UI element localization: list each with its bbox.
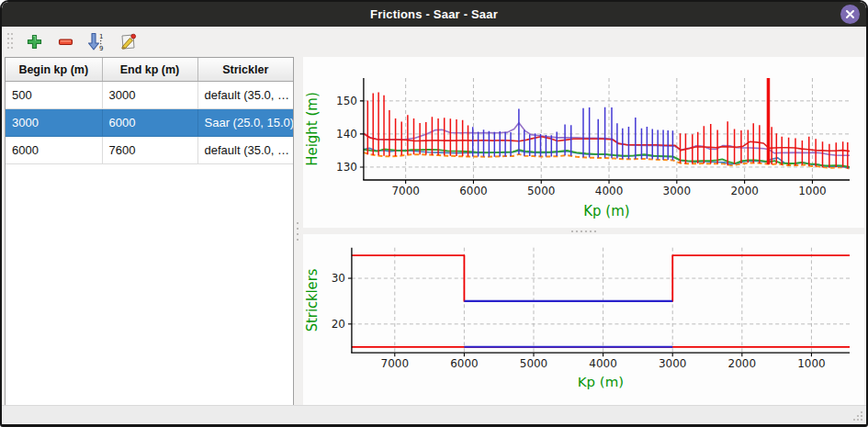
height-profile-chart: 7000600050004000300020001000130140150Kp … xyxy=(303,57,864,228)
svg-text:7000: 7000 xyxy=(381,357,409,370)
friction-segments-table: Begin kp (m)End kp (m)Strickler 5003000d… xyxy=(5,57,294,406)
svg-text:1: 1 xyxy=(99,33,103,40)
svg-text:5000: 5000 xyxy=(527,185,555,197)
toolbar-drag-handle[interactable] xyxy=(6,31,15,53)
svg-text:Kp (m): Kp (m) xyxy=(578,375,624,390)
svg-text:140: 140 xyxy=(336,128,357,140)
window-title: Frictions - Saar - Saar xyxy=(370,7,498,21)
svg-text:130: 130 xyxy=(336,161,357,174)
svg-text:7000: 7000 xyxy=(391,185,419,197)
close-button[interactable] xyxy=(840,5,860,24)
cell-r1-c2[interactable]: Saar (25.0, 15.0) xyxy=(197,109,293,137)
cell-r1-c0[interactable]: 3000 xyxy=(6,109,102,137)
statusbar xyxy=(2,405,866,424)
cell-r2-c2[interactable]: default (35.0, … xyxy=(197,137,293,164)
svg-text:6000: 6000 xyxy=(459,185,487,197)
column-header-0[interactable]: Begin kp (m) xyxy=(6,58,102,82)
svg-text:Height (m): Height (m) xyxy=(304,92,321,166)
edit-button[interactable] xyxy=(116,30,140,54)
sort-numeric-icon: 1 9 xyxy=(87,32,106,51)
table-row[interactable]: 5003000default (35.0, … xyxy=(6,82,293,109)
stricklers-canvas: 70006000500040003000200010002030Kp (m)St… xyxy=(303,234,864,405)
svg-text:3000: 3000 xyxy=(663,185,691,197)
cell-r0-c0[interactable]: 500 xyxy=(6,82,102,109)
svg-text:4000: 4000 xyxy=(589,357,616,370)
table-header-row: Begin kp (m)End kp (m)Strickler xyxy=(6,58,293,82)
edit-pencil-icon xyxy=(118,33,137,51)
cell-r0-c1[interactable]: 3000 xyxy=(102,82,197,109)
cell-r1-c1[interactable]: 6000 xyxy=(102,109,197,137)
cell-r0-c2[interactable]: default (35.0, … xyxy=(197,82,293,109)
sort-button[interactable]: 1 9 xyxy=(85,30,108,54)
svg-text:9: 9 xyxy=(99,45,103,52)
horizontal-splitter[interactable] xyxy=(302,228,865,234)
plus-icon xyxy=(27,34,42,50)
table-row[interactable]: 30006000Saar (25.0, 15.0) xyxy=(6,109,293,137)
height-profile-canvas: 7000600050004000300020001000130140150Kp … xyxy=(303,57,864,228)
cell-r2-c0[interactable]: 6000 xyxy=(6,137,102,164)
svg-text:6000: 6000 xyxy=(450,357,478,370)
vertical-splitter[interactable] xyxy=(293,57,302,406)
main-content: Begin kp (m)End kp (m)Strickler 5003000d… xyxy=(2,57,866,406)
table-row[interactable]: 60007600default (35.0, … xyxy=(6,137,293,164)
close-icon xyxy=(845,9,855,19)
cell-r2-c1[interactable]: 7600 xyxy=(102,137,197,164)
column-header-2[interactable]: Strickler xyxy=(197,58,293,82)
splitter-grip-icon xyxy=(570,230,598,233)
charts-panel: 7000600050004000300020001000130140150Kp … xyxy=(302,57,865,406)
minus-icon xyxy=(58,34,73,50)
svg-text:1000: 1000 xyxy=(798,185,826,197)
frictions-window: Frictions - Saar - Saar xyxy=(0,0,868,427)
titlebar[interactable]: Frictions - Saar - Saar xyxy=(2,2,866,27)
svg-text:4000: 4000 xyxy=(595,185,623,197)
svg-text:2000: 2000 xyxy=(730,185,758,197)
splitter-grip-icon xyxy=(295,221,300,242)
svg-text:20: 20 xyxy=(332,318,345,331)
add-row-button[interactable] xyxy=(22,30,46,54)
svg-text:Kp (m): Kp (m) xyxy=(583,203,629,219)
svg-text:Stricklers: Stricklers xyxy=(304,269,320,332)
svg-text:5000: 5000 xyxy=(520,357,547,370)
stricklers-chart: 70006000500040003000200010002030Kp (m)St… xyxy=(303,234,864,405)
svg-text:3000: 3000 xyxy=(659,357,686,370)
toolbar: 1 9 xyxy=(2,27,866,57)
svg-text:150: 150 xyxy=(336,95,357,107)
svg-text:1000: 1000 xyxy=(797,357,825,370)
svg-text:30: 30 xyxy=(332,272,345,285)
column-header-1[interactable]: End kp (m) xyxy=(102,58,197,82)
remove-row-button[interactable] xyxy=(53,30,77,54)
svg-text:2000: 2000 xyxy=(728,357,756,370)
resize-grip[interactable] xyxy=(851,410,863,421)
